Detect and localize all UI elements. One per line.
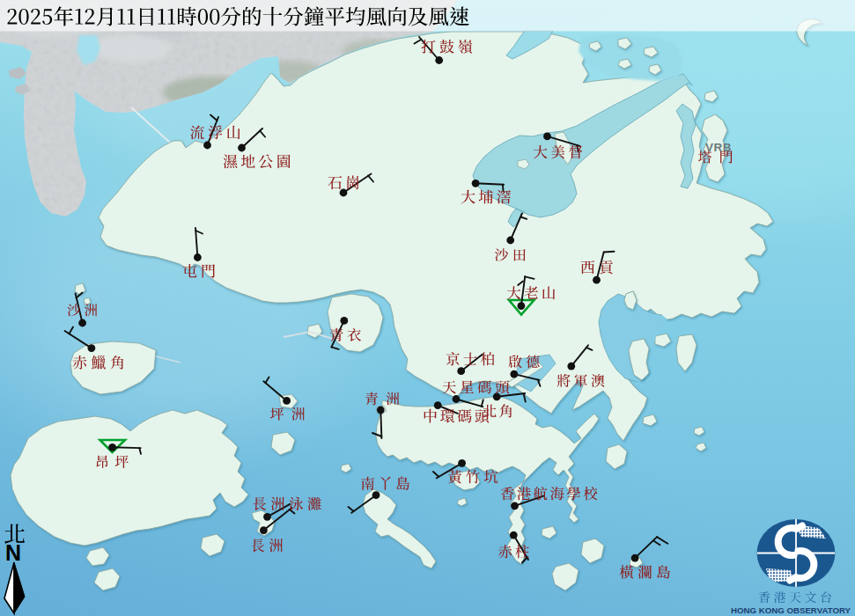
svg-text:HONG KONG OBSERVATORY: HONG KONG OBSERVATORY <box>731 605 851 615</box>
svg-text:VRB: VRB <box>705 141 732 154</box>
svg-text:N: N <box>5 540 21 565</box>
